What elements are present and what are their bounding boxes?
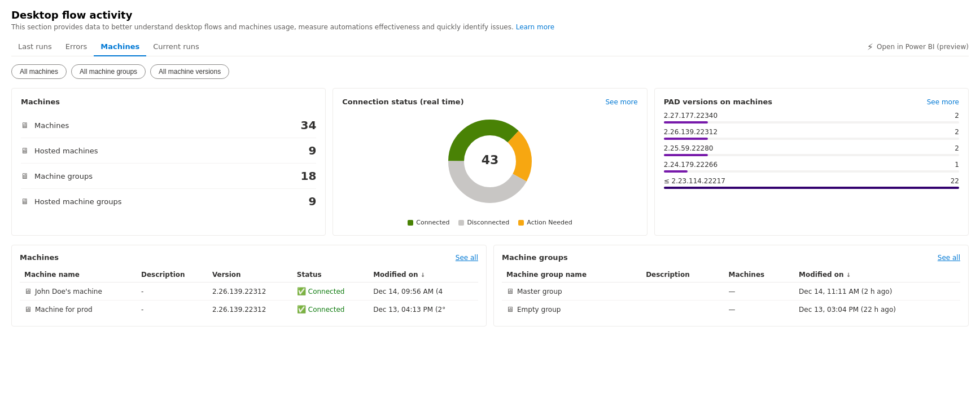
version-label-2: 2.26.139.22312 — [664, 128, 718, 136]
legend-connected-label: Connected — [416, 219, 449, 226]
tab-current-runs[interactable]: Current runs — [146, 38, 206, 56]
version-label-3: 2.25.59.22280 — [664, 144, 714, 152]
table-row: 🖥 John Doe's machine - 2.26.139.22312 ✅ … — [20, 283, 478, 301]
machine-name-2: Machine for prod — [35, 306, 93, 314]
machine-modified-1: Dec 14, 09:56 AM (4 — [369, 283, 478, 301]
cards-row: Machines 🖥 Machines 34 🖥 Hosted machines… — [11, 88, 969, 236]
col-version: Version — [208, 267, 292, 283]
open-powerbi-button[interactable]: ⚡ Open in Power BI (preview) — [867, 42, 969, 52]
group-desc-2 — [641, 301, 724, 319]
tab-last-runs[interactable]: Last runs — [11, 38, 59, 56]
hosted-machines-count: 9 — [308, 144, 316, 157]
tables-row: Machines See all Machine name Descriptio… — [11, 245, 969, 327]
filter-all-machines[interactable]: All machines — [11, 64, 67, 79]
machine-modified-2: Dec 13, 04:13 PM (2° — [369, 301, 478, 319]
pad-versions-title: PAD versions on machines — [664, 98, 772, 106]
donut-chart: 43 — [439, 111, 541, 212]
page-subtitle: This section provides data to better und… — [11, 23, 969, 31]
legend-action-needed-dot — [518, 220, 524, 226]
machine-name-cell-2: 🖥 Machine for prod — [20, 301, 137, 319]
version-label-1: 2.27.177.22340 — [664, 112, 718, 120]
col-description: Description — [137, 267, 208, 283]
col-status: Status — [292, 267, 369, 283]
version-count-5: 22 — [951, 177, 959, 185]
hosted-machine-groups-count: 9 — [308, 195, 316, 208]
machine-status-2: ✅ Connected — [292, 301, 369, 319]
connection-status-title: Connection status (real time) — [342, 98, 463, 106]
machine-name-cell-1: 🖥 John Doe's machine — [20, 283, 137, 301]
filter-all-machine-groups[interactable]: All machine groups — [71, 64, 146, 79]
machine-item-hosted-groups: 🖥 Hosted machine groups 9 — [21, 189, 316, 214]
sort-icon-modified: ↓ — [421, 272, 425, 278]
row-group-icon-2: 🖥 — [506, 305, 514, 314]
col-group-machines: Machines — [724, 267, 795, 283]
legend-connected: Connected — [408, 219, 449, 226]
machines-label: Machines — [34, 121, 69, 130]
filter-all-machine-versions[interactable]: All machine versions — [150, 64, 229, 79]
col-modified-on: Modified on ↓ — [369, 267, 478, 283]
status-label-1: Connected — [308, 288, 345, 295]
version-item-1: 2.27.177.22340 2 — [664, 112, 959, 124]
version-count-4: 1 — [955, 161, 959, 169]
version-bar-4 — [664, 170, 688, 173]
filter-row: All machines All machine groups All mach… — [11, 64, 969, 79]
version-label-5: ≤ 2.23.114.22217 — [664, 177, 725, 185]
row-group-icon-1: 🖥 — [506, 287, 514, 295]
group-modified-1: Dec 14, 11:11 AM (2 h ago) — [794, 283, 960, 301]
machine-desc-1: - — [137, 283, 208, 301]
machine-groups-see-all-link[interactable]: See all — [938, 254, 960, 262]
machines-see-all-link[interactable]: See all — [456, 254, 478, 262]
machine-desc-2: - — [137, 301, 208, 319]
table-row: 🖥 Master group — Dec 14, 11:11 AM (2 h a… — [502, 283, 960, 301]
tabs-bar: Last runs Errors Machines Current runs ⚡… — [11, 38, 969, 56]
powerbi-icon: ⚡ — [867, 42, 873, 52]
legend-connected-dot — [408, 220, 413, 226]
pad-versions-header: PAD versions on machines See more — [664, 98, 959, 106]
version-bar-2 — [664, 138, 708, 140]
version-label-4: 2.24.179.22266 — [664, 161, 718, 169]
learn-more-link[interactable]: Learn more — [516, 23, 554, 31]
version-item-4: 2.24.179.22266 1 — [664, 161, 959, 173]
machines-count: 34 — [300, 118, 316, 132]
version-bar-5 — [664, 187, 959, 189]
machine-version-1: 2.26.139.22312 — [208, 283, 292, 301]
legend-disconnected-label: Disconnected — [467, 219, 509, 226]
powerbi-label: Open in Power BI (preview) — [877, 43, 969, 51]
col-group-modified-on: Modified on ↓ — [794, 267, 960, 283]
page-title: Desktop flow activity — [11, 9, 969, 21]
tab-machines[interactable]: Machines — [94, 38, 146, 56]
row-desktop-icon-2: 🖥 — [24, 305, 32, 314]
group-machines-1: — — [724, 283, 795, 301]
version-bar-3 — [664, 154, 708, 156]
pad-see-more-link[interactable]: See more — [927, 98, 959, 106]
status-connected-icon-1: ✅ — [297, 287, 306, 295]
machine-status-1: ✅ Connected — [292, 283, 369, 301]
machine-groups-table-title: Machine groups — [502, 253, 568, 262]
col-machine-name: Machine name — [20, 267, 137, 283]
status-label-2: Connected — [308, 306, 345, 314]
donut-container: 43 Connected Disconnected Action Needed — [342, 111, 637, 226]
machine-item-machines: 🖥 Machines 34 — [21, 113, 316, 138]
machines-table: Machine name Description Version Status … — [20, 267, 478, 318]
version-item-3: 2.25.59.22280 2 — [664, 144, 959, 156]
version-count-2: 2 — [955, 128, 959, 136]
connection-see-more-link[interactable]: See more — [605, 98, 637, 106]
version-bar-1 — [664, 121, 708, 124]
machines-card: Machines 🖥 Machines 34 🖥 Hosted machines… — [11, 88, 326, 236]
machines-card-title: Machines — [21, 98, 316, 106]
group-name-1: Master group — [517, 288, 562, 295]
group-name-2: Empty group — [517, 306, 561, 314]
group-machines-2: — — [724, 301, 795, 319]
col-group-name: Machine group name — [502, 267, 641, 283]
donut-legend: Connected Disconnected Action Needed — [408, 219, 572, 226]
tab-errors[interactable]: Errors — [59, 38, 94, 56]
desktop-icon: 🖥 — [21, 121, 29, 130]
status-connected-icon-2: ✅ — [297, 305, 306, 314]
machine-groups-label: Machine groups — [34, 172, 93, 180]
table-row: 🖥 Empty group — Dec 13, 03:04 PM (22 h a… — [502, 301, 960, 319]
donut-total-text: 43 — [482, 153, 499, 167]
machine-groups-table-header: Machine groups See all — [502, 253, 960, 262]
machines-table-header: Machines See all — [20, 253, 478, 262]
col-group-description: Description — [641, 267, 724, 283]
machines-table-title: Machines — [20, 253, 59, 262]
